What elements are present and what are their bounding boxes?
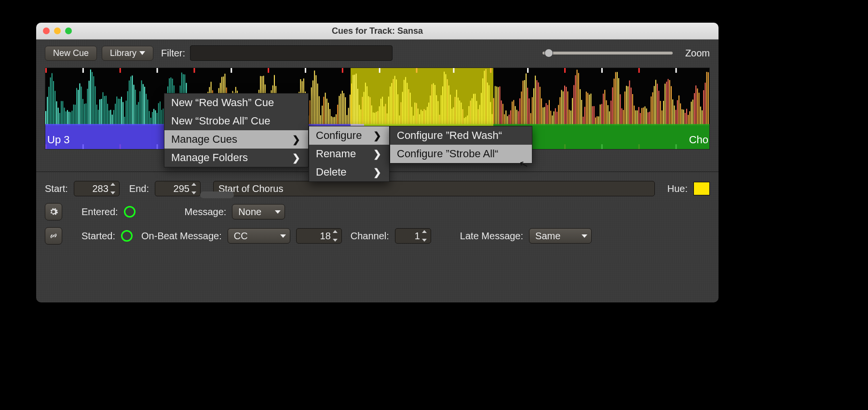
chevron-right-icon: ❯ bbox=[292, 134, 300, 145]
svg-rect-443 bbox=[676, 68, 677, 73]
filter-label: Filter: bbox=[161, 48, 185, 59]
menu-item-manage-cues[interactable]: Manage Cues❯ bbox=[164, 130, 308, 149]
timeline-scrollbar-thumb[interactable] bbox=[200, 191, 234, 198]
svg-rect-344 bbox=[533, 88, 534, 125]
svg-rect-327 bbox=[510, 110, 511, 125]
svg-rect-4 bbox=[48, 87, 49, 125]
svg-rect-205 bbox=[337, 105, 338, 125]
cue-comment-input[interactable]: Start of Chorus bbox=[213, 181, 655, 196]
manage-cues-submenu[interactable]: Configure❯ Rename❯ Delete❯ bbox=[309, 126, 390, 182]
link-icon bbox=[49, 231, 58, 241]
end-stepper[interactable]: 295 bbox=[155, 181, 201, 196]
menu-item-configure-strobe-all[interactable]: Configure ”Strobe All“ bbox=[390, 145, 532, 163]
svg-rect-81 bbox=[158, 103, 159, 125]
menu-item-delete[interactable]: Delete❯ bbox=[309, 163, 389, 181]
late-message-select[interactable]: Same bbox=[529, 228, 592, 244]
menu-item-new-strobe-all[interactable]: New “Strobe All” Cue bbox=[164, 112, 308, 130]
svg-rect-82 bbox=[160, 101, 161, 125]
svg-rect-374 bbox=[577, 69, 578, 125]
zoom-slider-thumb[interactable] bbox=[544, 49, 553, 57]
svg-rect-397 bbox=[609, 111, 610, 125]
svg-rect-402 bbox=[617, 72, 618, 125]
svg-rect-428 bbox=[654, 86, 655, 125]
svg-rect-209 bbox=[342, 68, 343, 73]
svg-rect-200 bbox=[329, 109, 330, 125]
hue-swatch[interactable] bbox=[693, 182, 710, 195]
svg-rect-415 bbox=[637, 110, 637, 125]
svg-rect-420 bbox=[641, 108, 642, 125]
svg-rect-354 bbox=[549, 100, 550, 125]
svg-rect-52 bbox=[120, 99, 121, 125]
svg-rect-36 bbox=[95, 86, 95, 125]
svg-rect-69 bbox=[143, 84, 144, 125]
svg-rect-63 bbox=[134, 85, 135, 125]
menu-item-configure-red-wash[interactable]: Configure ”Red Wash“ bbox=[390, 126, 532, 145]
cues-window: Cues for Track: Sansa New Cue Library Fi… bbox=[36, 23, 719, 302]
svg-rect-78 bbox=[157, 113, 158, 125]
svg-rect-383 bbox=[590, 94, 591, 125]
library-menu[interactable]: New “Red Wash” Cue New “Strobe All” Cue … bbox=[164, 93, 309, 167]
svg-rect-399 bbox=[612, 87, 613, 125]
svg-rect-439 bbox=[671, 86, 672, 125]
svg-rect-191 bbox=[315, 75, 316, 125]
svg-rect-336 bbox=[524, 80, 525, 125]
svg-rect-451 bbox=[686, 109, 687, 125]
svg-rect-464 bbox=[706, 72, 707, 125]
svg-rect-13 bbox=[62, 101, 63, 125]
zoom-slider[interactable] bbox=[542, 52, 673, 55]
chevron-down-icon bbox=[139, 51, 145, 55]
svg-rect-339 bbox=[527, 68, 529, 73]
svg-rect-441 bbox=[674, 106, 675, 125]
cue-region-left-label: Up 3 bbox=[47, 134, 69, 146]
svg-rect-206 bbox=[339, 96, 339, 125]
svg-rect-403 bbox=[618, 78, 619, 125]
svg-rect-72 bbox=[147, 99, 148, 125]
svg-rect-46 bbox=[110, 110, 111, 125]
library-dropdown-button[interactable]: Library bbox=[102, 46, 153, 61]
svg-rect-360 bbox=[558, 105, 559, 125]
menu-item-manage-folders[interactable]: Manage Folders❯ bbox=[164, 149, 308, 167]
svg-rect-404 bbox=[620, 94, 621, 125]
onbeat-message-select[interactable]: CC bbox=[228, 228, 290, 244]
svg-rect-14 bbox=[64, 108, 65, 125]
svg-rect-39 bbox=[99, 99, 100, 125]
filter-input[interactable] bbox=[190, 45, 393, 61]
svg-rect-211 bbox=[343, 93, 344, 125]
svg-rect-328 bbox=[512, 102, 513, 125]
svg-rect-189 bbox=[312, 81, 313, 125]
menu-item-configure[interactable]: Configure❯ bbox=[309, 126, 389, 145]
svg-rect-48 bbox=[113, 110, 114, 125]
onbeat-value-stepper[interactable]: 18 bbox=[296, 228, 342, 244]
svg-rect-0 bbox=[45, 111, 46, 125]
svg-rect-59 bbox=[127, 91, 128, 125]
svg-rect-197 bbox=[325, 93, 326, 125]
menu-item-new-red-wash[interactable]: New “Red Wash” Cue bbox=[164, 94, 308, 112]
channel-stepper[interactable]: 1 bbox=[395, 228, 431, 244]
svg-rect-345 bbox=[535, 76, 536, 125]
svg-rect-8 bbox=[54, 91, 55, 125]
svg-rect-349 bbox=[541, 98, 542, 125]
svg-rect-449 bbox=[683, 109, 684, 125]
svg-rect-436 bbox=[666, 82, 667, 125]
configure-submenu[interactable]: Configure ”Red Wash“ Configure ”Strobe A… bbox=[390, 126, 532, 164]
svg-rect-448 bbox=[681, 109, 682, 125]
svg-rect-346 bbox=[536, 80, 537, 125]
cue-link-button[interactable] bbox=[45, 227, 62, 245]
entered-label: Entered: bbox=[81, 206, 118, 218]
svg-rect-196 bbox=[323, 97, 324, 125]
menu-item-rename[interactable]: Rename❯ bbox=[309, 145, 389, 163]
svg-rect-24 bbox=[79, 83, 80, 125]
entered-message-select[interactable]: None bbox=[232, 204, 285, 219]
svg-rect-342 bbox=[530, 113, 531, 125]
svg-rect-442 bbox=[676, 110, 677, 125]
svg-rect-35 bbox=[93, 76, 94, 125]
cue-inspector: Start: 283 End: 295 Start of Chorus Hue:… bbox=[45, 172, 710, 245]
svg-rect-207 bbox=[340, 94, 341, 125]
start-stepper[interactable]: 283 bbox=[74, 181, 120, 196]
svg-rect-42 bbox=[104, 96, 105, 125]
new-cue-button[interactable]: New Cue bbox=[45, 46, 97, 61]
svg-rect-60 bbox=[129, 81, 130, 125]
svg-rect-335 bbox=[523, 81, 524, 125]
svg-rect-425 bbox=[649, 112, 650, 125]
cue-settings-button[interactable] bbox=[45, 203, 62, 220]
